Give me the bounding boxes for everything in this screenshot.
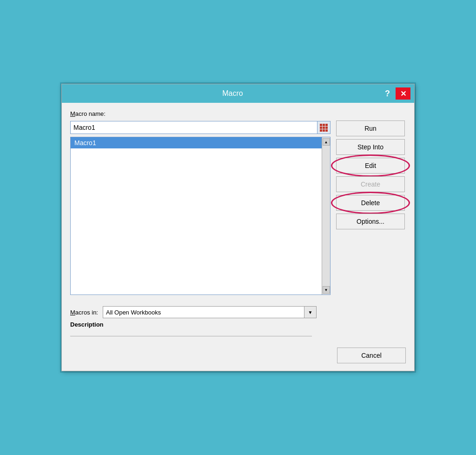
description-line [70, 330, 312, 336]
macro-name-label: Macro name: [70, 110, 331, 117]
run-button[interactable]: Run [336, 120, 405, 136]
macros-in-select-container: All Open Workbooks This Workbook ▼ [103, 306, 317, 318]
description-label: Description [70, 321, 406, 328]
dialog-title: Macro [83, 89, 382, 98]
delete-button[interactable]: Delete [336, 195, 405, 211]
scrollbar: ▲ ▼ [322, 137, 330, 294]
grid-icon [320, 124, 328, 132]
macro-list[interactable]: Macro1 [71, 137, 330, 294]
left-panel: Macro name: Macro [70, 110, 331, 295]
bottom-section: Macros in: All Open Workbooks This Workb… [62, 302, 414, 344]
title-bar: Macro ? ✕ [62, 84, 414, 103]
macro-list-container: Macro1 ▲ ▼ [70, 137, 331, 295]
options-button[interactable]: Options... [336, 214, 405, 229]
step-into-button[interactable]: Step Into [336, 139, 405, 155]
macros-in-label: Macros in: [70, 309, 98, 316]
macro-name-input[interactable] [71, 121, 317, 134]
edit-button[interactable]: Edit [336, 158, 405, 174]
right-panel: Run Step Into Edit Create Delete [336, 110, 406, 295]
create-button[interactable]: Create [336, 176, 405, 192]
footer: Cancel [62, 344, 414, 371]
macro-name-input-row [70, 121, 331, 134]
scroll-up-arrow[interactable]: ▲ [323, 138, 330, 146]
list-item[interactable]: Macro1 [71, 137, 330, 148]
macro-name-icon-button[interactable] [317, 121, 330, 134]
cancel-button[interactable]: Cancel [337, 348, 406, 363]
scroll-down-arrow[interactable]: ▼ [323, 286, 330, 294]
dialog-body: Macro name: Macro [62, 103, 414, 302]
help-button[interactable]: ? [382, 88, 393, 100]
select-dropdown-arrow[interactable]: ▼ [304, 307, 316, 318]
macro-dialog: Macro ? ✕ Macro name: [61, 84, 415, 371]
dialog-window: Macro ? ✕ Macro name: [60, 82, 416, 373]
title-bar-controls: ? ✕ [382, 87, 410, 100]
macros-in-select[interactable]: All Open Workbooks This Workbook [103, 308, 304, 317]
close-button[interactable]: ✕ [396, 87, 410, 100]
macros-in-row: Macros in: All Open Workbooks This Workb… [70, 306, 406, 318]
